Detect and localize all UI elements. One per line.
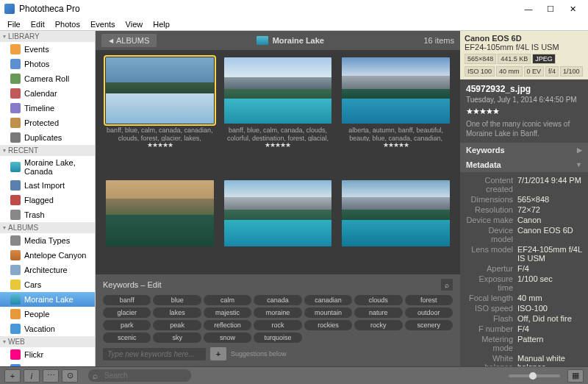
close-button[interactable]: ✕	[562, 1, 584, 16]
keyword-chip[interactable]: canadian	[304, 295, 352, 305]
sidebar-icon	[10, 349, 21, 360]
metadata-key: White balance	[465, 354, 517, 366]
view-mode-button[interactable]: ▦	[567, 369, 584, 383]
sidebar-icon	[10, 44, 21, 54]
camera-model: Canon EOS 6D	[465, 34, 584, 43]
menu-photos[interactable]: Photos	[51, 18, 85, 30]
keyword-chip[interactable]: glacier	[103, 307, 151, 318]
menu-file[interactable]: File	[3, 18, 25, 30]
keyword-chip[interactable]: banff	[103, 295, 151, 305]
keywords-section-header[interactable]: Keywords▶	[460, 143, 588, 157]
exif-iso: ISO 100	[465, 66, 495, 77]
sidebar-item-protected[interactable]: Protected	[0, 115, 95, 130]
sidebar-item-calendar[interactable]: Calendar	[0, 86, 95, 101]
sidebar-item-architecture[interactable]: Architecture	[0, 263, 95, 277]
sidebar-icon	[10, 235, 21, 246]
keyword-chip[interactable]: rock	[254, 320, 301, 330]
menu-help[interactable]: Help	[148, 18, 174, 30]
thumbnail[interactable]	[106, 180, 214, 268]
keyword-chip[interactable]: nature	[354, 307, 402, 318]
keyword-chip[interactable]: majestic	[204, 307, 251, 318]
lock-button[interactable]: ⊙	[62, 369, 78, 383]
keywords-input[interactable]	[103, 348, 206, 360]
menu-events[interactable]: Events	[86, 18, 120, 30]
thumbnail-image	[224, 57, 332, 124]
thumbnail-image	[106, 57, 214, 124]
keyword-chip[interactable]: canada	[254, 295, 301, 305]
exif-summary: Canon EOS 6D EF24-105mm f/4L IS USM 565×…	[460, 31, 588, 79]
keyword-chip[interactable]: scenic	[103, 333, 151, 343]
file-rating[interactable]: ★★★★★	[460, 107, 588, 119]
sidebar-item-photos[interactable]: Photos	[0, 57, 95, 71]
sidebar-item-last-import[interactable]: Last Import	[0, 178, 95, 193]
sidebar-item-camera-roll[interactable]: Camera Roll	[0, 71, 95, 86]
sidebar-item-media-types[interactable]: Media Types	[0, 233, 95, 248]
keywords-panel-title: Keywords – Edit	[103, 280, 161, 289]
keyword-chip[interactable]: calm	[204, 295, 251, 305]
section-library[interactable]: LIBRARY	[0, 31, 95, 42]
metadata-section-header[interactable]: Metadata▼	[460, 157, 588, 172]
keyword-chip[interactable]: blue	[153, 295, 201, 305]
sidebar-item-people[interactable]: People	[0, 307, 95, 321]
menu-view[interactable]: View	[121, 18, 148, 30]
chevron-down-icon: ▼	[576, 161, 582, 168]
keyword-chip[interactable]: snow	[204, 333, 251, 343]
sidebar-item-timeline[interactable]: Timeline	[0, 101, 95, 115]
sidebar-icon	[10, 250, 21, 260]
keywords-search-icon[interactable]: ⌕	[441, 279, 453, 291]
metadata-value: Canon	[517, 216, 584, 224]
sidebar-item-trash[interactable]: Trash	[0, 207, 95, 222]
metadata-row: Dimensions565×848	[465, 194, 584, 205]
thumbnail[interactable]	[224, 180, 332, 268]
more-button[interactable]: ⋯	[43, 369, 59, 383]
thumbnail[interactable]	[342, 180, 450, 268]
sidebar-item-vacation[interactable]: Vacation	[0, 321, 95, 336]
keyword-chip[interactable]: rocky	[354, 320, 402, 330]
keyword-chip[interactable]: peak	[153, 320, 201, 330]
app-logo-icon	[4, 4, 15, 14]
sidebar-item-antelope-canyon[interactable]: Antelope Canyon	[0, 248, 95, 263]
section-web[interactable]: WEB	[0, 336, 95, 347]
sidebar-item-flickr[interactable]: Flickr	[0, 347, 95, 362]
thumbnail-rating: ★★★★★	[265, 141, 290, 149]
keyword-chip[interactable]: rockies	[304, 320, 352, 330]
thumbnail[interactable]: banff, blue, calm, canada, canadian, clo…	[106, 57, 214, 170]
info-button[interactable]: i	[24, 369, 40, 383]
keyword-chip[interactable]: clouds	[354, 295, 402, 305]
keyword-chip[interactable]: moraine	[254, 307, 301, 318]
maximize-button[interactable]: ☐	[539, 1, 562, 16]
keyword-chip[interactable]: reflection	[204, 320, 251, 330]
thumbnail[interactable]: banff, blue, calm, canada, clouds, color…	[224, 57, 332, 170]
metadata-row: FlashOff, Did not fire	[465, 313, 584, 324]
metadata-value: Canon EOS 6D	[517, 226, 584, 243]
thumbnail[interactable]: alberta, autumn, banff, beautiful, beaut…	[342, 57, 450, 170]
menu-edit[interactable]: Edit	[26, 18, 49, 30]
sidebar-item-moraine-lake[interactable]: Moraine Lake	[0, 292, 95, 307]
sidebar-item-duplicates[interactable]: Duplicates	[0, 130, 95, 145]
keyword-chip[interactable]: mountain	[304, 307, 352, 318]
section-recent[interactable]: RECENT	[0, 145, 95, 156]
metadata-value: EF24-105mm f/4L IS USM	[517, 245, 584, 263]
section-albums[interactable]: ALBUMS	[0, 222, 95, 233]
keyword-chip[interactable]: outdoor	[405, 307, 453, 318]
sidebar-icon	[10, 309, 21, 319]
add-button[interactable]: +	[4, 369, 21, 383]
keyword-chip[interactable]: scenery	[405, 320, 453, 330]
sidebar-item-label: Timeline	[24, 104, 54, 113]
sidebar-item-moraine-lake-canada[interactable]: Moraine Lake, Canada	[0, 156, 95, 178]
metadata-row: Content created7/1/2014 9:44 PM	[465, 175, 584, 194]
add-keyword-button[interactable]: +	[210, 347, 226, 360]
keyword-chip[interactable]: forest	[405, 295, 453, 305]
keyword-chip[interactable]: park	[103, 320, 151, 330]
search-input[interactable]	[88, 369, 191, 382]
keyword-chip[interactable]: lakes	[153, 307, 201, 318]
album-thumb-icon	[257, 36, 268, 45]
keyword-chip[interactable]: turquoise	[254, 333, 301, 343]
sidebar-item-flagged[interactable]: Flagged	[0, 193, 95, 207]
sidebar-item-cars[interactable]: Cars	[0, 277, 95, 292]
zoom-slider[interactable]	[509, 374, 560, 377]
back-to-albums-button[interactable]: ALBUMS	[101, 34, 157, 47]
keyword-chip[interactable]: sky	[153, 333, 201, 343]
sidebar-item-events[interactable]: Events	[0, 42, 95, 57]
minimize-button[interactable]: —	[517, 1, 539, 16]
